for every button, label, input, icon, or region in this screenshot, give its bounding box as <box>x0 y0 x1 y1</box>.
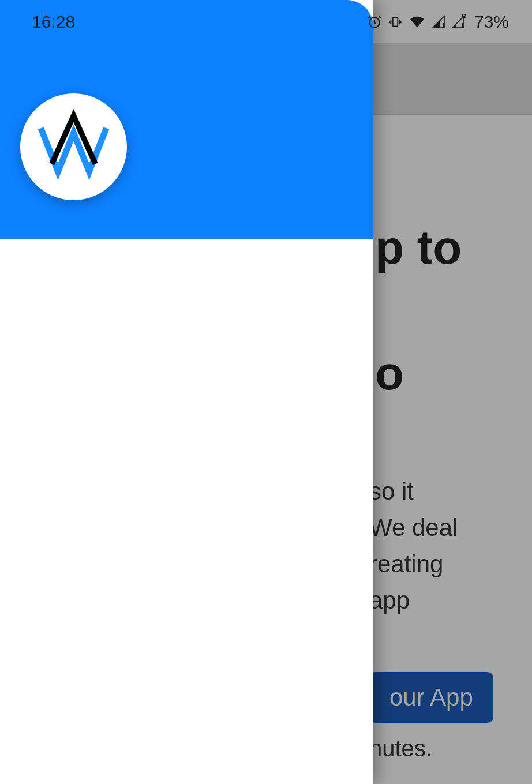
signal-1-icon <box>432 15 445 29</box>
alarm-icon <box>367 14 382 29</box>
status-time: 16:28 <box>32 12 75 32</box>
status-bar: 16:28 <box>0 0 532 44</box>
drawer-title: webtoapp.design <box>0 239 373 268</box>
wifi-icon <box>409 15 426 29</box>
svg-rect-3 <box>462 23 464 28</box>
app-logo <box>20 93 127 200</box>
signal-2-icon: R <box>451 15 465 29</box>
svg-rect-2 <box>443 23 444 28</box>
svg-rect-1 <box>393 17 398 26</box>
vibrate-icon <box>388 14 403 29</box>
navigation-drawer: webtoapp.design <box>0 0 373 784</box>
logo-icon <box>35 108 113 186</box>
battery-percent: 73% <box>474 12 509 32</box>
